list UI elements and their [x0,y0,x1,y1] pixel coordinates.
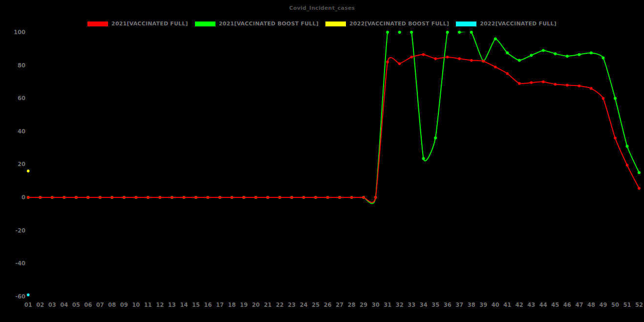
data-point[interactable] [326,196,329,199]
data-point[interactable] [374,196,377,199]
data-point[interactable] [638,187,641,190]
x-tick-label: 16 [204,301,212,308]
data-point[interactable] [386,31,389,34]
data-point[interactable] [602,97,605,100]
data-point[interactable] [554,83,557,86]
data-point[interactable] [518,59,521,62]
data-point[interactable] [542,49,545,52]
data-point[interactable] [218,196,221,199]
data-point[interactable] [458,31,461,34]
x-tick-label: 30 [372,301,380,308]
x-tick-label: 17 [216,301,224,308]
data-point[interactable] [255,196,258,199]
data-point[interactable] [446,56,449,59]
y-tick-label: 100 [14,29,25,36]
data-point[interactable] [638,171,641,174]
data-point[interactable] [99,196,102,199]
x-tick-label: 49 [599,301,607,308]
data-point[interactable] [159,196,162,199]
data-point[interactable] [86,196,89,199]
data-point[interactable] [171,196,173,199]
x-tick-label: 48 [587,301,595,308]
data-point[interactable] [290,196,293,199]
data-point[interactable] [590,51,593,54]
data-point[interactable] [530,81,533,84]
data-point[interactable] [614,137,617,140]
x-tick-label: 42 [515,301,523,308]
data-point[interactable] [554,52,557,55]
data-point[interactable] [75,196,78,199]
data-point[interactable] [27,294,30,297]
x-tick-label: 14 [180,301,188,308]
data-point[interactable] [446,31,449,34]
x-tick-label: 02 [36,301,44,308]
y-tick-label: -20 [15,227,25,234]
data-point[interactable] [266,196,269,199]
x-tick-label: 03 [48,301,56,308]
data-point[interactable] [422,53,425,56]
data-point[interactable] [614,97,617,100]
data-point[interactable] [27,170,30,172]
data-point[interactable] [518,82,521,85]
data-point[interactable] [386,61,389,64]
x-tick-label: 50 [611,301,619,308]
x-tick-label: 46 [563,301,571,308]
data-point[interactable] [410,31,413,34]
x-tick-label: 04 [60,301,68,308]
data-point[interactable] [111,196,114,199]
data-point[interactable] [601,56,604,59]
data-point[interactable] [578,85,581,87]
data-point[interactable] [494,65,497,68]
data-point[interactable] [482,60,485,63]
plot-area: 100806040200-20-40-600102030405060708091… [0,0,644,322]
data-point[interactable] [398,31,401,34]
data-point[interactable] [194,196,197,199]
data-point[interactable] [147,196,150,199]
data-point[interactable] [314,196,317,199]
data-point[interactable] [566,84,569,86]
x-tick-label: 34 [420,301,428,308]
data-point[interactable] [506,51,509,54]
data-point[interactable] [279,196,281,199]
data-point[interactable] [231,196,234,199]
x-tick-label: 38 [468,301,475,308]
data-point[interactable] [27,196,30,199]
data-point[interactable] [63,196,65,199]
data-point[interactable] [506,72,509,75]
data-point[interactable] [183,196,186,199]
data-point[interactable] [434,57,437,60]
data-point[interactable] [422,157,425,160]
data-point[interactable] [338,196,341,199]
data-point[interactable] [51,196,54,199]
data-point[interactable] [542,81,545,84]
data-point[interactable] [362,196,365,199]
data-point[interactable] [566,55,569,58]
data-point[interactable] [458,57,461,60]
data-point[interactable] [626,164,629,167]
data-point[interactable] [242,196,245,199]
data-point[interactable] [398,62,401,65]
data-point[interactable] [470,31,473,34]
data-point[interactable] [207,196,210,199]
data-point[interactable] [135,196,138,199]
data-point[interactable] [302,196,305,199]
x-tick-label: 21 [264,301,272,308]
x-tick-label: 47 [575,301,583,308]
x-tick-label: 28 [348,301,356,308]
data-point[interactable] [410,56,413,59]
data-point[interactable] [39,196,42,199]
data-point[interactable] [625,145,628,148]
x-tick-label: 09 [120,301,128,308]
data-point[interactable] [123,196,126,199]
data-point[interactable] [578,53,580,56]
data-point[interactable] [530,54,533,57]
data-point[interactable] [350,196,353,199]
x-tick-label: 10 [132,301,140,308]
x-tick-label: 08 [108,301,116,308]
x-tick-label: 13 [168,301,176,308]
data-point[interactable] [470,59,473,62]
x-tick-label: 39 [479,301,487,308]
data-point[interactable] [434,136,437,139]
data-point[interactable] [590,87,593,90]
data-point[interactable] [494,38,497,41]
